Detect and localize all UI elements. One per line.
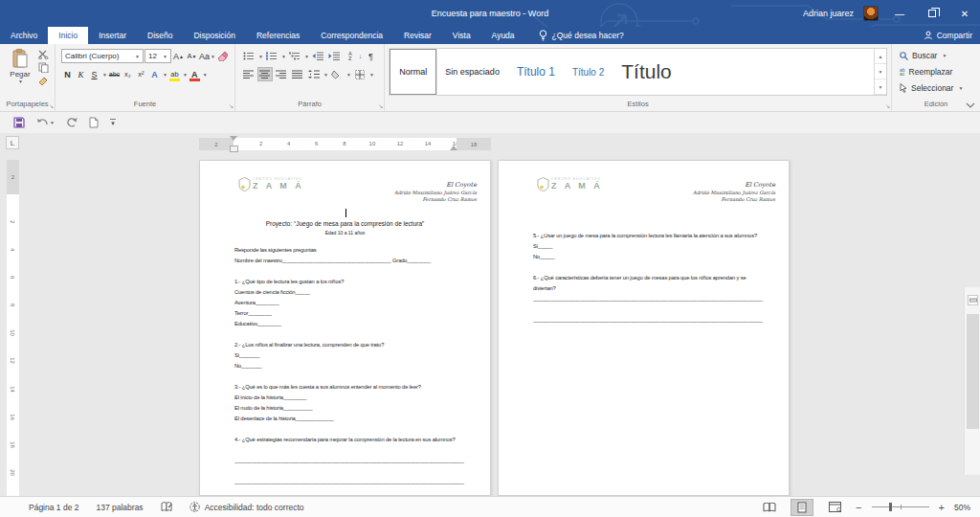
copy-button[interactable] <box>38 62 49 73</box>
decrease-indent-button[interactable] <box>310 49 325 63</box>
align-center-button[interactable] <box>257 67 273 81</box>
font-dialog-launcher[interactable]: ↘ <box>229 102 234 109</box>
shrink-font-button[interactable]: A▼ <box>186 49 198 63</box>
text-line[interactable]: ________________________________________… <box>533 294 766 304</box>
tell-me-box[interactable]: ¿Qué desea hacer? <box>539 27 624 44</box>
text-line[interactable]: 2.- ¿Los niños al finalizar una lectura,… <box>234 340 467 350</box>
collapse-ribbon-button[interactable] <box>966 102 975 108</box>
styles-scroll-down[interactable]: ▼ <box>875 64 886 79</box>
zoom-out-button[interactable]: − <box>856 502 861 513</box>
numbering-button[interactable] <box>264 49 279 63</box>
text-line[interactable]: El desenlace de la historia_____________ <box>234 414 467 424</box>
zoom-slider[interactable] <box>872 506 929 507</box>
vertical-scrollbar[interactable] <box>964 287 980 475</box>
format-painter-button[interactable] <box>38 76 49 86</box>
superscript-button[interactable]: x² <box>135 67 147 81</box>
cut-button[interactable] <box>38 50 49 59</box>
underline-button[interactable]: S <box>88 67 100 81</box>
bold-button[interactable]: N <box>61 67 74 81</box>
subscript-button[interactable]: x₂ <box>122 67 134 81</box>
document-page-2[interactable]: CENTRO EDUCATIVO Z A M Á El Coyote Adriá… <box>498 160 790 496</box>
text-line[interactable]: Responde las siguientes preguntas <box>234 245 467 256</box>
user-name[interactable]: Adrian juarez <box>803 9 854 18</box>
undo-dropdown-arrow[interactable]: ▼ <box>50 120 55 125</box>
text-effects-dropdown-arrow[interactable]: ▼ <box>163 72 167 78</box>
text-line[interactable]: No_______ <box>234 361 467 371</box>
font-color-button[interactable]: A <box>189 67 201 81</box>
text-line[interactable]: ________________________________________… <box>533 315 766 326</box>
styles-scroll-up[interactable]: ▲ <box>875 49 886 64</box>
ribbon-tab[interactable]: Vista <box>442 27 481 44</box>
accessibility-status[interactable]: Accesibilidad: todo correcto <box>189 502 304 512</box>
zoom-level[interactable]: 50% <box>954 503 970 512</box>
paste-button[interactable]: Pegar ▼ <box>4 47 36 100</box>
text-line[interactable] <box>234 371 467 382</box>
change-case-button[interactable]: Aa▼ <box>199 49 215 63</box>
text-line[interactable] <box>234 445 467 456</box>
bullets-button[interactable] <box>241 49 256 63</box>
new-document-button[interactable] <box>89 117 99 128</box>
multilevel-list-button[interactable] <box>287 49 302 63</box>
text-line[interactable]: 5.- ¿Usar un juego de mesa para la compr… <box>533 231 766 241</box>
text-line[interactable]: 6.- ¿Qué características debería tener u… <box>533 273 766 283</box>
document-page-1[interactable]: CENTRO EDUCATIVO Z A M Á El Coyote Adriá… <box>199 160 491 496</box>
text-line[interactable]: Nombre del maestro______________________… <box>234 256 467 266</box>
bullets-dropdown-arrow[interactable]: ▼ <box>258 54 263 59</box>
text-line[interactable]: 3.- ¿Qué es lo que más les cuesta a sus … <box>234 382 467 393</box>
ribbon-tab[interactable]: Diseño <box>137 27 183 44</box>
shading-dropdown-arrow[interactable]: ▼ <box>346 72 351 78</box>
select-button[interactable]: Seleccionar▼ <box>900 81 963 95</box>
grow-font-button[interactable]: A▲ <box>172 49 185 63</box>
text-line[interactable]: Si_______ <box>234 350 467 361</box>
text-line[interactable]: ________________________________________… <box>234 456 467 466</box>
highlight-dropdown-arrow[interactable]: ▼ <box>183 72 188 78</box>
read-mode-button[interactable] <box>758 499 781 516</box>
text-line[interactable]: No_____ <box>533 252 766 262</box>
paragraph-dialog-launcher[interactable]: ↘ <box>378 102 383 109</box>
text-effects-button[interactable]: A <box>148 67 161 81</box>
tab-stop-selector[interactable]: L <box>6 136 19 149</box>
italic-button[interactable]: K <box>75 67 87 81</box>
text-line[interactable]: Terror________ <box>234 308 467 319</box>
text-line[interactable]: ________________________________________… <box>234 477 467 487</box>
clipboard-dialog-launcher[interactable]: ↘ <box>49 102 54 109</box>
text-line[interactable]: El nudo de la historia__________ <box>234 403 467 414</box>
text-line[interactable] <box>234 266 467 277</box>
text-line[interactable] <box>234 424 467 435</box>
ribbon-tab[interactable]: Ayuda <box>481 27 525 44</box>
style-title[interactable]: Título <box>612 49 680 95</box>
strikethrough-button[interactable]: abc <box>108 67 121 81</box>
text-line[interactable]: diviertan? <box>533 283 766 294</box>
minimize-button[interactable]: — <box>888 3 911 24</box>
scrollbar-thumb[interactable] <box>967 314 979 429</box>
line-spacing-dropdown-arrow[interactable]: ▼ <box>323 72 328 78</box>
zoom-slider-thumb[interactable] <box>889 503 892 511</box>
share-button[interactable]: Compartir <box>924 27 972 44</box>
redo-button[interactable] <box>66 117 78 128</box>
ribbon-tab[interactable]: Referencias <box>246 27 310 44</box>
text-line[interactable]: Cuentos de ciencia ficción_____ <box>234 287 467 298</box>
text-line[interactable]: El inicio de la historia________ <box>234 393 467 403</box>
word-count[interactable]: 137 palabras <box>96 503 143 512</box>
ribbon-tab[interactable]: Correspondencia <box>310 27 393 44</box>
font-color-dropdown-arrow[interactable]: ▼ <box>203 72 208 78</box>
multilevel-dropdown-arrow[interactable]: ▼ <box>304 54 309 59</box>
font-name-combobox[interactable]: Calibri (Cuerpo)▼ <box>61 49 144 63</box>
justify-button[interactable] <box>290 67 305 81</box>
styles-gallery-more[interactable]: ▼ <box>875 79 886 95</box>
find-button[interactable]: Buscar▼ <box>900 49 963 62</box>
show-marks-button[interactable]: ¶ <box>363 49 378 63</box>
clear-formatting-button[interactable] <box>216 49 229 63</box>
text-line[interactable] <box>533 304 766 315</box>
ribbon-tab[interactable]: Inicio <box>48 27 88 44</box>
text-line[interactable]: 1.- ¿Qué tipo de lectura les gustan a lo… <box>234 277 467 287</box>
proofing-status[interactable] <box>161 502 172 512</box>
highlight-button[interactable]: ab <box>168 67 181 81</box>
styles-dialog-launcher[interactable]: ↘ <box>885 102 890 109</box>
indent-marker-left[interactable] <box>230 136 237 152</box>
close-button[interactable]: ✕ <box>953 3 976 24</box>
shading-button[interactable] <box>329 67 345 81</box>
undo-button[interactable]: ▼ <box>36 118 55 128</box>
text-line[interactable]: Educativo________ <box>234 319 467 329</box>
save-button[interactable] <box>13 117 25 128</box>
